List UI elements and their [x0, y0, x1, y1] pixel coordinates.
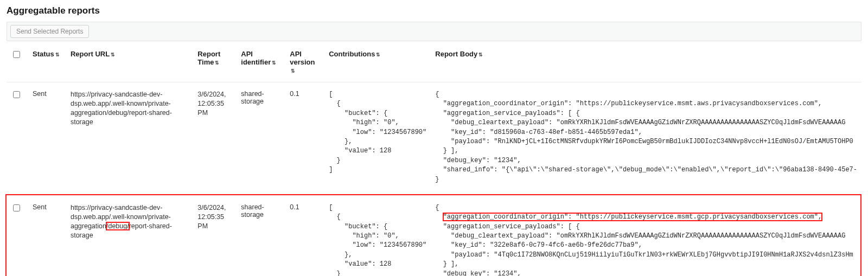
- col-header-api-version[interactable]: API version⇅: [285, 44, 324, 82]
- col-header-report-time[interactable]: Report Time⇅: [193, 44, 237, 82]
- cell-report-time: 3/6/2024, 12:05:35 PM: [193, 82, 237, 196]
- cell-api-version: 0.1: [285, 195, 324, 276]
- cell-api-version: 0.1: [285, 82, 324, 196]
- cell-report-url: https://privacy-sandcastle-dev-dsp.web.a…: [66, 195, 193, 276]
- cell-contributions: [ { "bucket": { "high": "0", "low": "123…: [324, 82, 431, 196]
- cell-api-identifier: shared-storage: [237, 195, 285, 276]
- sort-icon: ⇅: [111, 53, 115, 57]
- cell-report-body: { "aggregation_coordinator_origin": "htt…: [431, 82, 861, 196]
- annotation-highlight-url-debug: /debug/: [106, 222, 129, 230]
- contributions-json: [ { "bucket": { "high": "0", "low": "123…: [329, 203, 426, 276]
- annotation-highlight-coordinator-origin: "aggregation_coordinator_origin": "https…: [443, 213, 822, 221]
- sort-icon: ⇅: [291, 69, 295, 74]
- col-header-report-body[interactable]: Report Body⇅: [431, 44, 861, 82]
- report-body-json: { "aggregation_coordinator_origin": "htt…: [435, 203, 857, 276]
- row-checkbox[interactable]: [13, 204, 20, 211]
- report-body-json: { "aggregation_coordinator_origin": "htt…: [435, 90, 857, 184]
- col-header-report-url[interactable]: Report URL⇅: [66, 44, 193, 82]
- select-all-checkbox[interactable]: [13, 51, 20, 58]
- sort-icon: ⇅: [55, 53, 60, 57]
- table-row: Sent https://privacy-sandcastle-dev-dsp.…: [7, 195, 861, 276]
- toolbar: Send Selected Reports: [7, 22, 861, 41]
- reports-table: Status⇅ Report URL⇅ Report Time⇅ API ide…: [7, 44, 861, 276]
- sort-icon: ⇅: [215, 61, 219, 66]
- cell-status: Sent: [28, 82, 66, 196]
- col-header-status[interactable]: Status⇅: [28, 44, 66, 82]
- table-row: Sent https://privacy-sandcastle-dev-dsp.…: [7, 82, 861, 196]
- sort-icon: ⇅: [478, 53, 483, 57]
- cell-report-url: https://privacy-sandcastle-dev-dsp.web.a…: [66, 82, 193, 196]
- row-checkbox[interactable]: [13, 91, 20, 98]
- page-title: Aggregatable reports: [7, 5, 861, 16]
- send-selected-reports-button[interactable]: Send Selected Reports: [10, 25, 89, 38]
- col-header-api-identifier[interactable]: API identifier⇅: [237, 44, 285, 82]
- contributions-json: [ { "bucket": { "high": "0", "low": "123…: [329, 90, 426, 175]
- sort-icon: ⇅: [376, 53, 380, 57]
- col-header-contributions[interactable]: Contributions⇅: [324, 44, 431, 82]
- cell-api-identifier: shared-storage: [237, 82, 285, 196]
- cell-report-body: { "aggregation_coordinator_origin": "htt…: [431, 195, 861, 276]
- cell-report-time: 3/6/2024, 12:05:35 PM: [193, 195, 237, 276]
- cell-status: Sent: [28, 195, 66, 276]
- cell-contributions: [ { "bucket": { "high": "0", "low": "123…: [324, 195, 431, 276]
- sort-icon: ⇅: [272, 61, 276, 66]
